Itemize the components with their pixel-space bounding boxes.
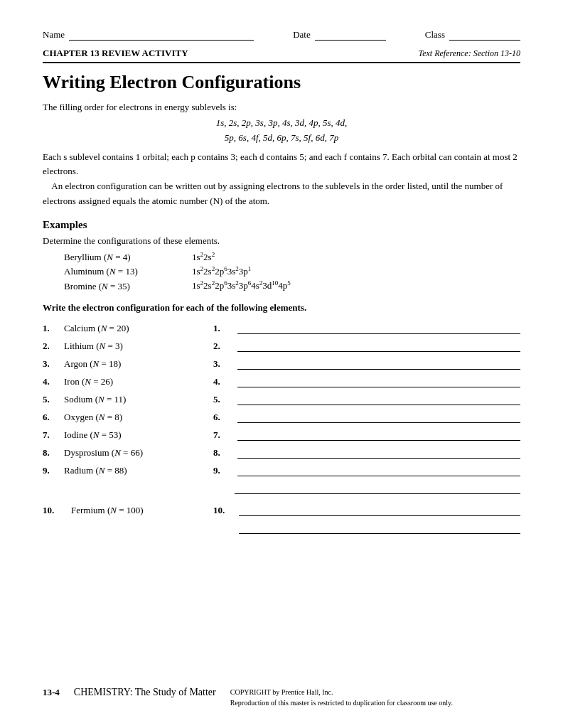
question-row-5: 5. Sodium (N = 11) 5.: [43, 393, 520, 405]
q1-number: 1.: [43, 323, 64, 334]
q10-extra-row: [43, 522, 520, 534]
filling-order-line2: 5p, 6s, 4f, 5d, 6p, 7s, 5f, 6d, 7p: [225, 132, 338, 143]
footer-reproduction: Reproduction of this master is restricte…: [230, 699, 453, 707]
examples-title: Examples: [43, 219, 520, 231]
example-row-aluminum: Aluminum (N = 13) 1s22s22p63s23p1: [64, 265, 520, 277]
footer-page-number: 13-4: [43, 687, 60, 698]
q6-element: Oxygen (N = 8): [64, 412, 213, 423]
body2: An electron configuration can be written…: [43, 181, 503, 206]
questions-section: 1. Calcium (N = 20) 1. 2. Lithium (N = 3…: [43, 322, 520, 494]
q4-answer-label: 4.: [213, 376, 235, 387]
main-title: Writing Electron Configurations: [43, 72, 520, 93]
q5-answer-label: 5.: [213, 394, 235, 405]
q5-element: Sodium (N = 11): [64, 394, 213, 405]
q8-number: 8.: [43, 447, 64, 459]
aluminum-element: Aluminum (N = 13): [64, 266, 192, 277]
q9-element: Radium (N = 88): [64, 465, 213, 476]
question-row-10: 10. Fermium (N = 100) 10.: [43, 504, 520, 516]
question-row-7: 7. Iodine (N = 53) 7.: [43, 429, 520, 441]
class-field: Class: [425, 28, 520, 41]
name-field: Name: [43, 28, 254, 41]
beryllium-element: Beryllium (N = 4): [64, 252, 192, 263]
footer: 13-4 CHEMISTRY: The Study of Matter COPY…: [43, 687, 520, 708]
divider: [43, 62, 520, 63]
q9-number: 9.: [43, 465, 64, 476]
q4-answer-line[interactable]: [237, 375, 520, 387]
filling-order-line1: 1s, 2s, 2p, 3s, 3p, 4s, 3d, 4p, 5s, 4d,: [216, 117, 348, 128]
chapter-title: CHAPTER 13 REVIEW ACTIVITY: [43, 48, 188, 59]
q9-extra-line[interactable]: [235, 482, 520, 494]
q4-element: Iron (N = 26): [64, 376, 213, 387]
q8-answer-line[interactable]: [237, 446, 520, 459]
q8-answer-label: 8.: [213, 447, 235, 459]
example-row-beryllium: Beryllium (N = 4) 1s22s2: [64, 251, 520, 263]
q10-answer-line[interactable]: [239, 504, 520, 516]
q3-number: 3.: [43, 358, 64, 370]
q7-answer-line[interactable]: [237, 429, 520, 441]
footer-copyright: COPYRIGHT by Prentice Hall, Inc. Reprodu…: [230, 687, 453, 708]
q6-answer-label: 6.: [213, 412, 235, 423]
footer-book-title: CHEMISTRY: The Study of Matter: [74, 687, 216, 697]
question-row-4: 4. Iron (N = 26) 4.: [43, 375, 520, 387]
beryllium-config: 1s22s2: [192, 251, 215, 263]
date-field: Date: [293, 28, 386, 41]
q7-number: 7.: [43, 429, 64, 441]
q9-answer-label: 9.: [213, 465, 235, 476]
q9-extra-spacer: [43, 482, 235, 494]
question-row-2: 2. Lithium (N = 3) 2.: [43, 340, 520, 352]
footer-book: CHEMISTRY: The Study of Matter: [74, 687, 216, 698]
text-reference: Text Reference: Section 13-10: [419, 48, 520, 59]
date-label: Date: [293, 29, 311, 41]
q3-element: Argon (N = 18): [64, 358, 213, 370]
q5-number: 5.: [43, 394, 64, 405]
filling-order: 1s, 2s, 2p, 3s, 3p, 4s, 3d, 4p, 5s, 4d, …: [43, 116, 520, 146]
class-line: [449, 28, 520, 41]
q9-extra-row: [43, 482, 520, 494]
body-text: Each s sublevel contains 1 orbital; each…: [43, 150, 520, 209]
q6-number: 6.: [43, 412, 64, 423]
q2-element: Lithium (N = 3): [64, 341, 213, 352]
name-line: [69, 28, 254, 41]
examples-intro: Determine the configurations of these el…: [43, 235, 520, 247]
question-row-3: 3. Argon (N = 18) 3.: [43, 358, 520, 370]
q9-answer-line[interactable]: [237, 464, 520, 476]
date-line: [315, 28, 386, 41]
class-label: Class: [425, 29, 445, 41]
name-label: Name: [43, 29, 65, 41]
q3-answer-label: 3.: [213, 358, 235, 370]
q4-number: 4.: [43, 376, 64, 387]
q10-extra-line[interactable]: [239, 522, 520, 534]
q10-number: 10.: [43, 505, 71, 516]
q2-number: 2.: [43, 341, 64, 352]
intro-line1: The filling order for electrons in energ…: [43, 102, 520, 113]
example-table: Beryllium (N = 4) 1s22s2 Aluminum (N = 1…: [64, 251, 520, 292]
q5-answer-line[interactable]: [237, 393, 520, 405]
question-row-1: 1. Calcium (N = 20) 1.: [43, 322, 520, 334]
question-row-6: 6. Oxygen (N = 8) 6.: [43, 411, 520, 423]
q7-answer-label: 7.: [213, 429, 235, 441]
q10-element: Fermium (N = 100): [71, 505, 213, 516]
question-row-9: 9. Radium (N = 88) 9.: [43, 464, 520, 476]
bromine-config: 1s22s22p63s23p64s23d104p5: [192, 279, 291, 291]
aluminum-config: 1s22s22p63s23p1: [192, 265, 251, 277]
write-instruction: Write the electron configuration for eac…: [43, 302, 520, 314]
q1-answer-line[interactable]: [237, 322, 520, 334]
chapter-row: CHAPTER 13 REVIEW ACTIVITY Text Referenc…: [43, 48, 520, 59]
q10-extra-spacer: [43, 522, 239, 534]
footer-number: 13-4: [43, 687, 60, 697]
q1-answer-label: 1.: [213, 323, 235, 334]
q8-element: Dysprosium (N = 66): [64, 447, 213, 459]
q6-answer-line[interactable]: [237, 411, 520, 423]
q3-answer-line[interactable]: [237, 358, 520, 370]
footer-copyright-line1: COPYRIGHT by Prentice Hall, Inc.: [230, 688, 333, 696]
header-row: Name Date Class: [43, 28, 520, 41]
q2-answer-label: 2.: [213, 341, 235, 352]
body1: Each s sublevel contains 1 orbital; each…: [43, 151, 518, 177]
q2-answer-line[interactable]: [237, 340, 520, 352]
question-row-8: 8. Dysprosium (N = 66) 8.: [43, 446, 520, 459]
q1-element: Calcium (N = 20): [64, 323, 213, 334]
bromine-element: Bromine (N = 35): [64, 281, 192, 292]
q10-answer-label: 10.: [213, 505, 239, 516]
q7-element: Iodine (N = 53): [64, 429, 213, 441]
example-row-bromine: Bromine (N = 35) 1s22s22p63s23p64s23d104…: [64, 279, 520, 291]
